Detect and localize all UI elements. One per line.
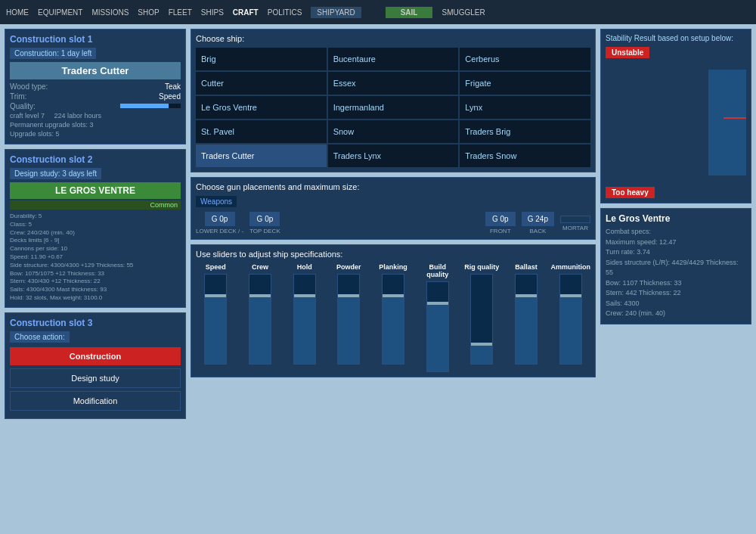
ship-info-name: Le Gros Ventre (606, 213, 746, 224)
slider-build-quality-track[interactable] (426, 281, 449, 372)
max-speed: Maximum speed: 12.47 (606, 238, 746, 248)
slot3-title: Construction slot 3 (10, 318, 181, 328)
combat-specs-label: Combat specs: (606, 227, 746, 238)
nav-craft[interactable]: CRAFT (233, 8, 259, 17)
quality-bar (120, 104, 169, 108)
slider-speed-handle[interactable] (205, 294, 226, 297)
slider-hold-handle[interactable] (294, 294, 315, 297)
gun-top-btn[interactable]: G 0p (249, 212, 280, 226)
slider-hold-fill (294, 297, 315, 365)
slider-ballast-handle[interactable] (516, 294, 537, 297)
ship-cerberus[interactable]: Cerberus (460, 48, 590, 70)
left-panel: Construction slot 1 Construction: 1 day … (5, 29, 186, 529)
nav-politics[interactable]: POLITICS (268, 8, 302, 17)
ship-snow[interactable]: Snow (328, 120, 459, 143)
slider-speed-label: Speed (206, 263, 226, 271)
slider-speed: Speed (196, 263, 236, 372)
slot1-ship-name: Traders Cutter (10, 62, 181, 79)
ship-essex[interactable]: Essex (328, 72, 459, 95)
trim-value: Speed (159, 92, 181, 101)
ship-stpavel[interactable]: St. Pavel (196, 120, 327, 143)
gun-front-label: FRONT (490, 228, 511, 234)
stability-section: Stability Result based on setup below: U… (600, 29, 751, 203)
slider-crew-track[interactable] (249, 274, 271, 365)
slider-powder-track[interactable] (337, 274, 360, 365)
slider-hold-label: Hold (297, 263, 312, 271)
slider-build-quality-fill (427, 305, 448, 372)
slider-crew-handle[interactable] (249, 294, 271, 297)
slider-rig-quality: Rig quality (462, 263, 502, 372)
nav-missions[interactable]: MISSIONS (91, 8, 129, 17)
nav-shop[interactable]: SHOP (138, 8, 159, 17)
sails-info: Sails: 4300 (606, 299, 746, 309)
slot1-trim-row: Trim: Speed (10, 92, 181, 101)
slider-crew-fill (249, 297, 271, 365)
design-study-button[interactable]: Design study (10, 368, 181, 388)
slider-ammunition-handle[interactable] (560, 294, 581, 297)
stability-title: Stability Result based on setup below: (606, 34, 746, 42)
ship-traderscutter[interactable]: Traders Cutter (196, 144, 327, 167)
slider-hold: Hold (284, 263, 324, 372)
slider-speed-track[interactable] (204, 274, 227, 365)
quality-bar-container (120, 104, 181, 108)
ship-tradersbrig[interactable]: Traders Brig (460, 120, 590, 143)
slider-ballast-track[interactable] (515, 274, 538, 365)
ship-cutter[interactable]: Cutter (196, 72, 327, 95)
nav-ships[interactable]: SHIPS (201, 8, 224, 17)
gun-back-btn[interactable]: G 24p (522, 212, 554, 226)
ship-frigate[interactable]: Frigate (460, 72, 590, 95)
slider-build-quality-handle[interactable] (427, 302, 448, 305)
gun-lower-btn[interactable]: G 0p (205, 212, 235, 226)
slider-ballast-label: Ballast (515, 263, 538, 271)
slider-planking-track[interactable] (382, 274, 404, 365)
construction-button[interactable]: Construction (10, 347, 181, 365)
slider-planking-handle[interactable] (383, 294, 404, 297)
gun-mortar-label: MORTAR (562, 225, 588, 231)
main-layout: Construction slot 1 Construction: 1 day … (0, 24, 756, 534)
slider-rig-quality-track[interactable] (470, 274, 493, 365)
gun-lower-deck: G 0p LOWER DECK / - (196, 212, 243, 234)
slider-planking-label: Planking (379, 263, 407, 271)
modification-button[interactable]: Modification (10, 391, 181, 411)
slider-ammunition-track[interactable] (559, 274, 582, 365)
slot2-status: Design study: 3 days left (10, 168, 101, 179)
nav-equipment[interactable]: EQUIPMENT (38, 8, 82, 17)
crew-info: Crew: 240 (min. 40) (606, 309, 746, 319)
sail-button[interactable]: SAIL (386, 7, 433, 18)
slider-rig-quality-handle[interactable] (471, 343, 492, 346)
ship-traderssnow[interactable]: Traders Snow (460, 144, 590, 167)
ship-legrosventre[interactable]: Le Gros Ventre (196, 96, 327, 119)
bow-info: Bow: 1107 Thickness: 33 (606, 278, 746, 289)
gun-mortar-btn[interactable] (560, 216, 590, 223)
slider-ammunition: Ammunition (550, 263, 590, 372)
slider-build-quality: Build quality (417, 263, 457, 372)
nav-home[interactable]: HOME (6, 8, 29, 17)
trim-label: Trim: (10, 92, 26, 101)
nav-fleet[interactable]: FLEET (169, 8, 192, 17)
gun-front-btn[interactable]: G 0p (485, 212, 516, 226)
slider-powder: Powder (329, 263, 369, 372)
ship-ingermanland[interactable]: Ingermanland (328, 96, 459, 119)
construction-slot-3: Construction slot 3 Choose action: Const… (5, 312, 186, 419)
slot2-title: Construction slot 2 (10, 154, 181, 165)
ship-selection-section: Choose ship: Brig Bucentaure Cerberus Cu… (191, 29, 596, 172)
slider-powder-handle[interactable] (338, 294, 359, 297)
middle-panel: Choose ship: Brig Bucentaure Cerberus Cu… (191, 29, 596, 529)
turn-rate: Turn rate: 3.74 (606, 247, 746, 258)
gun-lower-label: LOWER DECK / - (196, 228, 243, 234)
slider-build-quality-label: Build quality (417, 263, 457, 278)
ship-bucentaure[interactable]: Bucentaure (328, 48, 459, 70)
unstable-badge: Unstable (606, 47, 649, 58)
slider-crew: Crew (240, 263, 280, 372)
slider-hold-track[interactable] (293, 274, 316, 365)
ship-brig[interactable]: Brig (196, 48, 327, 70)
ship-grid: Brig Bucentaure Cerberus Cutter Essex Fr… (196, 48, 590, 167)
ship-traderslynx[interactable]: Traders Lynx (328, 144, 459, 167)
right-panel: Stability Result based on setup below: U… (600, 29, 751, 529)
choose-ship-title: Choose ship: (196, 34, 590, 43)
stability-chart-area: Unstable Too heavy (606, 47, 746, 198)
ship-lynx[interactable]: Lynx (460, 96, 590, 119)
slot1-title: Construction slot 1 (10, 34, 181, 45)
stability-red-line (723, 117, 746, 119)
upgrade-slots: Upgrade slots: 5 (10, 130, 181, 138)
